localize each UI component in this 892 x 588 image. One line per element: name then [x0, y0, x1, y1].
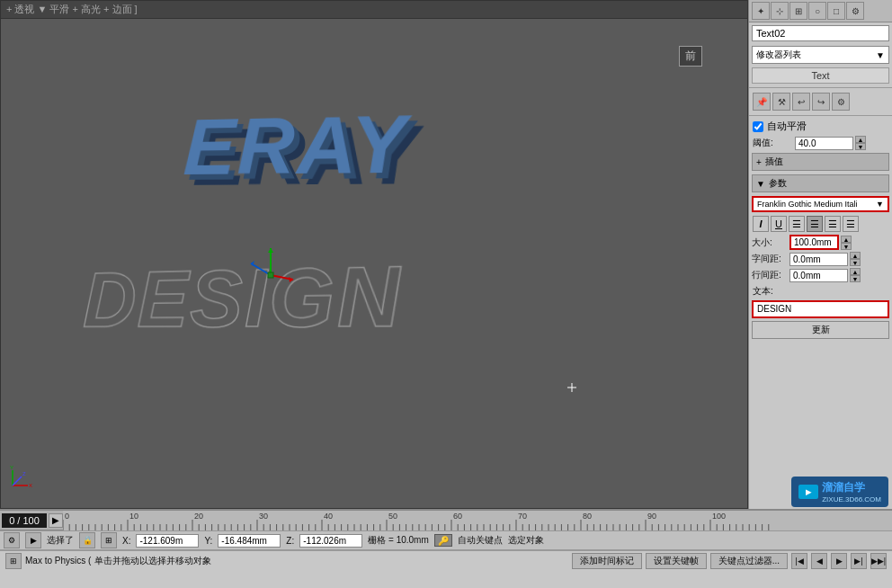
add-time-btn[interactable]: 添加时间标记 [572, 553, 642, 569]
transform-gizmo [244, 244, 298, 298]
bottom-area: 0 / 100 ▶ ⚙ ▶ 选择了 🔒 ⊞ X: -121.609m Y: -1… [0, 509, 892, 588]
play-btn[interactable]: ▶ [831, 553, 847, 569]
set-key2-btn[interactable]: 设置关键帧 [646, 553, 707, 569]
goto-start-btn[interactable]: |◀ [791, 553, 807, 569]
timeline-play-btn[interactable]: ▶ [49, 513, 63, 528]
params-icon: ▼ [756, 179, 765, 189]
char-spacing-input[interactable] [789, 253, 848, 266]
modifier-list-dropdown[interactable]: 修改器列表 ▼ [752, 46, 889, 64]
tools-icon[interactable]: ⚒ [772, 93, 790, 111]
char-spacing-spinner[interactable]: ▲▼ [850, 252, 861, 266]
viewport-header-text: + 透视 ▼ 平滑 + 高光 + 边面 ] [6, 3, 138, 16]
svg-marker-3 [268, 248, 273, 253]
line-spacing-input[interactable] [789, 269, 848, 282]
settings-icon[interactable]: ⚙ [832, 93, 850, 111]
redo-icon[interactable]: ↪ [812, 93, 830, 111]
text-content-input[interactable]: DESIGN [752, 300, 889, 318]
status-bar: ⚙ ▶ 选择了 🔒 ⊞ X: -121.609m Y: -16.484mm Z:… [0, 530, 892, 550]
action-icon-1[interactable]: ⊞ [5, 553, 22, 569]
interpolation-label: 插值 [765, 156, 783, 168]
line-spacing-label: 行间距: [752, 269, 788, 281]
panel-divider-2 [749, 115, 892, 116]
status-settings-icon[interactable]: ⚙ [4, 532, 20, 548]
action-bar: ⊞ Max to Physics ( 单击并拖动以选择并移动对象 添加时间标记 … [0, 550, 892, 570]
line-spacing-spinner[interactable]: ▲▼ [850, 268, 861, 282]
parameters-label: 参数 [769, 177, 787, 190]
panel-icons-row: 📌 ⚒ ↩ ↪ ⚙ [749, 90, 892, 113]
watermark-sub: ZIXUE.3D66.COM [822, 495, 881, 503]
status-anim-icon[interactable]: ▶ [25, 532, 41, 548]
italic-btn[interactable]: I [753, 216, 769, 232]
goto-end-btn[interactable]: ▶▶| [870, 553, 887, 569]
update-button[interactable]: 更新 [752, 321, 889, 339]
auto-smooth-checkbox[interactable] [753, 121, 763, 132]
watermark-logo: ▶ [798, 485, 818, 499]
axis-indicator: X Y Z [8, 463, 35, 490]
scene-area: 前 ERAY DESIGN [1, 19, 747, 508]
line-spacing-row: 行间距: ▲▼ [749, 267, 892, 283]
undo-icon[interactable]: ↩ [792, 93, 810, 111]
char-spacing-row: 字间距: ▲▼ [749, 251, 892, 267]
x-field[interactable]: -121.609m [136, 534, 199, 548]
panel-divider-1 [749, 87, 892, 88]
underline-btn[interactable]: U [771, 216, 787, 232]
interpolation-section[interactable]: + 插值 [752, 153, 889, 171]
panel-icon-hier[interactable]: ⊞ [789, 2, 807, 20]
timeline-counter: 0 / 100 [2, 513, 47, 528]
font-name: Franklin Gothic Medium Itali [757, 200, 858, 209]
lock-icon[interactable]: 🔒 [79, 532, 95, 548]
auto-smooth-label: 自动平滑 [767, 120, 807, 133]
object-name-field[interactable] [752, 25, 889, 41]
svg-text:Y: Y [10, 465, 13, 470]
font-dropdown-arrow: ▼ [876, 200, 884, 209]
set-key-label: 选定对象 [508, 534, 544, 547]
threshold-spinner[interactable]: ▲▼ [855, 136, 866, 150]
align-center-btn[interactable]: ☰ [807, 216, 823, 232]
auto-smooth-row: 自动平滑 [749, 118, 892, 135]
size-input[interactable] [789, 235, 839, 250]
svg-rect-6 [268, 272, 273, 278]
panel-icon-select[interactable]: ⊹ [771, 2, 789, 20]
size-spinner[interactable]: ▲▼ [841, 236, 852, 250]
key-icon[interactable]: 🔑 [434, 534, 452, 547]
modifier-list-label: 修改器列表 [756, 49, 801, 61]
z-label: Z: [286, 536, 294, 546]
timeline-bar: 0 / 100 ▶ [0, 511, 892, 530]
main-container: + 透视 ▼ 平滑 + 高光 + 边面 ] 前 ERAY DESIGN [0, 0, 892, 588]
transform-icon[interactable]: ⊞ [101, 532, 117, 548]
modifier-item[interactable]: Text [752, 67, 889, 84]
align-justify-btn[interactable]: ☰ [843, 216, 859, 232]
timeline-ruler [63, 511, 892, 530]
align-right-btn[interactable]: ☰ [825, 216, 841, 232]
watermark-text: 溜溜自学 ZIXUE.3D66.COM [822, 480, 881, 503]
threshold-row: 阈值: ▲▼ [749, 135, 892, 151]
text-content-label: 文本: [749, 283, 892, 299]
filter-btn[interactable]: 关键点过滤器... [710, 553, 788, 569]
y-field[interactable]: -16.484mm [218, 534, 281, 548]
watermark-logo-icon: ▶ [806, 488, 811, 496]
pin-icon[interactable]: 📌 [753, 93, 771, 111]
svg-text:Z: Z [22, 471, 26, 477]
right-panel: ✦ ⊹ ⊞ ○ □ ⚙ 修改器列表 ▼ Text 📌 ⚒ ↩ [748, 0, 892, 509]
panel-icon-star[interactable]: ✦ [752, 2, 770, 20]
parameters-section[interactable]: ▼ 参数 [752, 174, 889, 192]
panel-icon-util[interactable]: ⚙ [846, 2, 864, 20]
auto-key-label: 自动关键点 [458, 534, 503, 547]
threshold-input[interactable] [795, 137, 853, 150]
x-label: X: [122, 536, 130, 546]
z-field[interactable]: -112.026m [299, 534, 362, 548]
viewport-header: + 透视 ▼ 平滑 + 高光 + 边面 ] [1, 1, 747, 19]
panel-icon-display[interactable]: □ [827, 2, 845, 20]
svg-text:X: X [29, 483, 32, 488]
physics-label: Max to Physics ( [25, 556, 91, 566]
next-frame-btn[interactable]: ▶| [851, 553, 867, 569]
grid-label: 栅格 = 10.0mm [368, 534, 429, 547]
y-label: Y: [204, 536, 212, 546]
prev-frame-btn[interactable]: ◀ [811, 553, 827, 569]
eray-3d-text: ERAY [182, 99, 412, 193]
font-dropdown[interactable]: Franklin Gothic Medium Itali ▼ [752, 196, 889, 212]
panel-icon-motion[interactable]: ○ [808, 2, 826, 20]
svg-marker-1 [289, 277, 293, 282]
align-left-btn[interactable]: ☰ [789, 216, 805, 232]
modifier-list-arrow: ▼ [876, 50, 885, 60]
